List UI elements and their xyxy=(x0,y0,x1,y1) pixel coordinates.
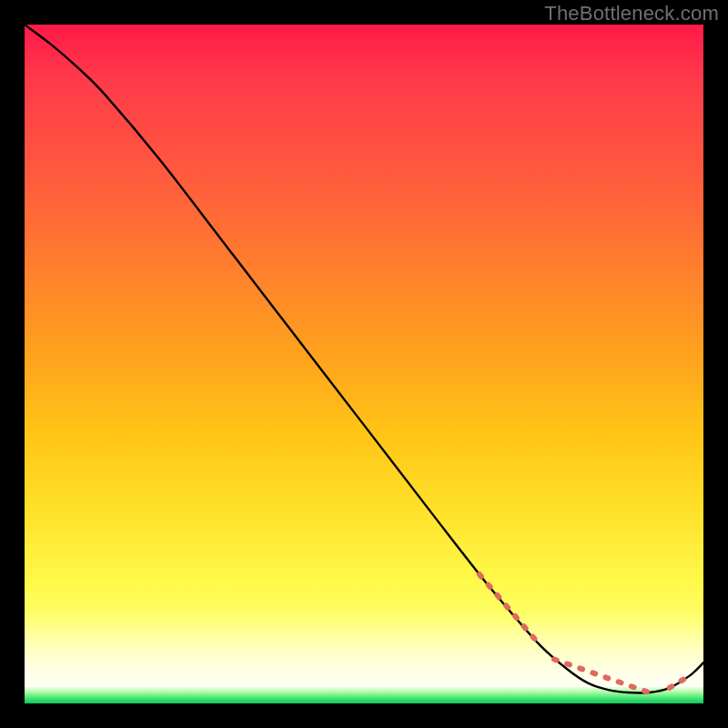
watermark-text: TheBottleneck.com xyxy=(544,2,719,25)
bottleneck-curve-path xyxy=(25,25,703,693)
plot-area xyxy=(25,25,703,703)
chart-root: TheBottleneck.com xyxy=(0,0,728,728)
dashed-overlay-group xyxy=(480,574,690,693)
curve-svg xyxy=(25,25,703,703)
